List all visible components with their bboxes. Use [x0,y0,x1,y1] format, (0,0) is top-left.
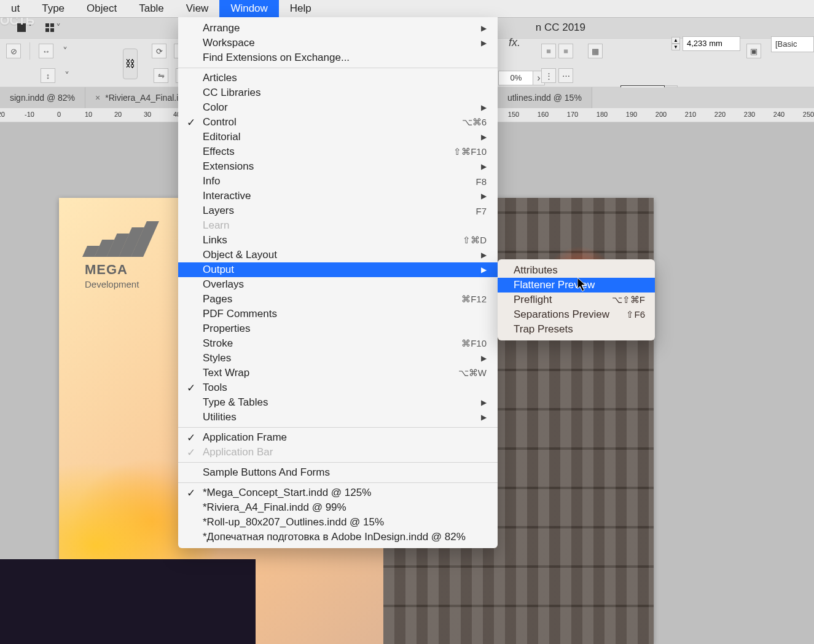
submenu-item-trap-presets[interactable]: Trap Presets [498,322,655,337]
submenu-arrow-icon: ▶ [481,24,487,33]
submenu-arrow-icon: ▶ [481,398,487,407]
menu-item-label: Text Wrap [203,367,249,379]
menu-item-styles[interactable]: Styles▶ [178,351,498,366]
separator [29,42,30,60]
menu-separator [178,462,498,463]
ruler-tick-label: 170 [567,111,578,118]
menu-item-stroke[interactable]: Stroke⌘F10 [178,336,498,351]
check-icon: ✓ [187,116,195,129]
rotate-icon[interactable]: ⟳ [152,44,166,58]
menu-item-pages[interactable]: Pages⌘F12 [178,292,498,307]
tab-doc-3[interactable]: utlines.indd @ 15% [498,87,592,108]
menu-item-label: Learn [203,219,229,232]
chevron-down-icon[interactable]: ˅ [54,22,63,34]
menu-item-label: Articles [203,72,237,84]
menu-item-overlays[interactable]: Overlays [178,277,498,292]
menu-item-color[interactable]: Color▶ [178,100,498,115]
menu-edit[interactable]: ut [0,0,31,17]
stepper-down-icon[interactable]: ▼ [671,44,680,50]
distribute-v-icon[interactable]: ⋯ [558,68,573,83]
submenu-item-separations-preview[interactable]: Separations Preview⇧F6 [498,307,655,322]
menu-item-utilities[interactable]: Utilities▶ [178,410,498,425]
menu-view[interactable]: View [175,0,220,17]
submenu-arrow-icon: ▶ [481,354,487,363]
submenu-item-preflight[interactable]: Preflight⌥⇧⌘F [498,293,655,307]
menu-item-tools[interactable]: ✓Tools [178,380,498,395]
menu-table[interactable]: Table [128,0,175,17]
align-center-icon[interactable]: ≡ [558,44,573,58]
menu-item-arrange[interactable]: Arrange▶ [178,21,498,36]
menu-item-text-wrap[interactable]: Text Wrap⌥⌘W [178,366,498,380]
submenu-item-attributes[interactable]: Attributes [498,263,655,278]
ruler-tick-label: 210 [685,111,696,118]
menu-item-label: Effects [203,146,235,158]
submenu-item-flattener-preview[interactable]: Flattener Preview [498,278,655,293]
chevron-down-icon[interactable]: ˅ [63,70,71,82]
menu-item-links[interactable]: Links⇧⌘D [178,233,498,248]
ruler-tick-label: 160 [538,111,549,118]
menu-shortcut: ⌥⇧⌘F [612,294,645,305]
menu-item-layers[interactable]: LayersF7 [178,203,498,218]
menu-item-learn: Learn [178,218,498,233]
menu-item-cc-libraries[interactable]: CC Libraries [178,85,498,100]
ruler-tick-label: 150 [508,111,519,118]
close-icon[interactable]: × [95,93,100,103]
object-style-dropdown[interactable]: [Basic Grap [771,36,814,52]
menu-item-type-tables[interactable]: Type & Tables▶ [178,395,498,410]
submenu-arrow-icon: ▶ [481,192,487,200]
menu-item-label: Tools [203,382,227,394]
ruler-tick-label: -10 [25,111,34,118]
menu-item-sample-buttons-and-forms[interactable]: Sample Buttons And Forms [178,465,498,480]
menu-item-label: *Mega_Concept_Start.indd @ 125% [203,487,371,499]
no-selection-icon[interactable]: ⊘ [6,44,21,58]
menu-shortcut: ⌥⌘W [458,367,487,379]
menu-item-workspace[interactable]: Workspace▶ [178,36,498,50]
menu-item-extensions[interactable]: Extensions▶ [178,159,498,174]
fx-label[interactable]: fx. [509,36,520,49]
tab-doc-2[interactable]: × *Riviera_A4_Final.in [85,87,194,108]
menu-item-application-bar: ✓Application Bar [178,445,498,460]
submenu-arrow-icon: ▶ [481,133,487,141]
menu-item-mega-concept-start-indd-125[interactable]: ✓*Mega_Concept_Start.indd @ 125% [178,485,498,500]
menu-item-riviera-a4-final-indd-99[interactable]: *Riviera_A4_Final.indd @ 99% [178,500,498,515]
menu-item-output[interactable]: Output▶ [178,262,498,277]
ruler-tick-label: 220 [714,111,726,118]
measurement-spinbox[interactable]: ▲▼ 4,233 mm [671,36,740,51]
menu-object[interactable]: Object [76,0,128,17]
menu-item-label: CC Libraries [203,87,260,99]
menu-item-info[interactable]: InfoF8 [178,174,498,189]
stepper-up-icon[interactable]: ▲ [671,37,680,44]
menu-item-object-layout[interactable]: Object & Layout▶ [178,248,498,262]
align-left-icon[interactable]: ≡ [541,44,556,58]
flip-h-icon[interactable]: ⇋ [154,68,168,83]
submenu-item-label: Separations Preview [514,308,609,321]
menu-item-label: *Roll-up_80x207_Outlines.indd @ 15% [203,516,384,528]
menu-item-label: Properties [203,323,250,335]
menu-shortcut: ⇧⌘D [463,235,487,246]
chevron-down-icon[interactable]: ˅ [61,45,69,57]
menu-item-control[interactable]: ✓Control⌥⌘6 [178,115,498,130]
menu-help[interactable]: Help [279,0,323,17]
menu-window[interactable]: Window [219,0,278,17]
menu-item-adobe-indesign-indd-82[interactable]: *Допечатная подготовка в Adobe InDesign.… [178,530,498,544]
menu-item-label: Links [203,234,227,246]
fit-content-icon[interactable]: ▦ [588,44,603,58]
opacity-field[interactable]: 0% [498,71,534,85]
menu-item-label: Extensions [203,160,254,173]
tab-doc-1[interactable]: sign.indd @ 82% [0,87,85,108]
menu-type[interactable]: Type [31,0,76,17]
view-mode-grid-icon[interactable] [45,23,54,32]
menu-item-effects[interactable]: Effects⇧⌘F10 [178,144,498,159]
menu-item-label: Output [203,264,234,276]
menu-item-interactive[interactable]: Interactive▶ [178,189,498,203]
frame-options-icon[interactable]: ▣ [746,44,761,58]
menu-item-roll-up-80x207-outlines-indd-15[interactable]: *Roll-up_80x207_Outlines.indd @ 15% [178,515,498,530]
menu-item-find-extensions-on-exchange[interactable]: Find Extensions on Exchange... [178,50,498,65]
distribute-h-icon[interactable]: ⋮ [541,68,556,83]
menu-item-pdf-comments[interactable]: PDF Comments [178,307,498,321]
menu-item-application-frame[interactable]: ✓Application Frame [178,430,498,445]
menu-item-editorial[interactable]: Editorial▶ [178,130,498,144]
menu-item-articles[interactable]: Articles [178,71,498,85]
measurement-field[interactable]: 4,233 mm [683,36,740,51]
menu-item-properties[interactable]: Properties [178,321,498,336]
